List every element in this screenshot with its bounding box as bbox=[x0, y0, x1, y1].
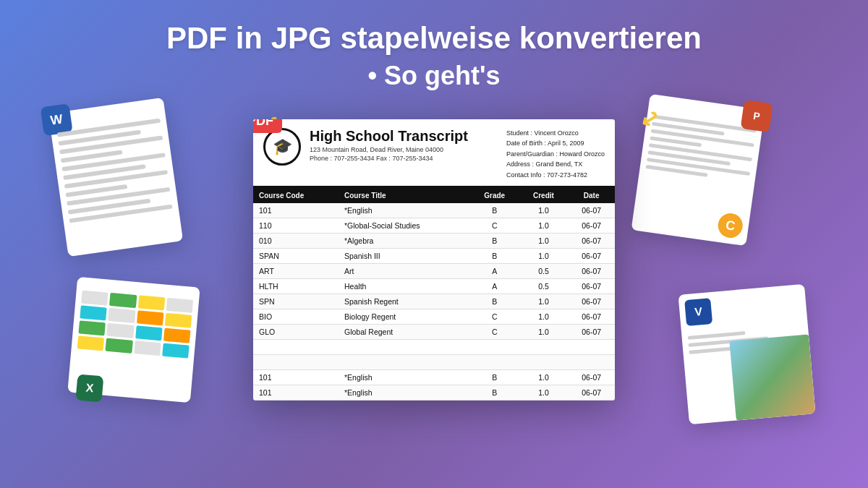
cell-date: 06-07 bbox=[568, 248, 615, 263]
cell-date: 06-07 bbox=[568, 324, 615, 339]
cell-grade: A bbox=[470, 263, 519, 278]
hero-subtitle: • So geht's bbox=[0, 56, 868, 91]
doc-lines bbox=[57, 119, 173, 223]
table-row bbox=[253, 339, 615, 354]
table-row: BIO Biology Regent C 1.0 06-07 bbox=[253, 309, 615, 324]
table-row: SPN Spanish Regent B 1.0 06-07 bbox=[253, 294, 615, 309]
excel-cell bbox=[162, 343, 190, 359]
cell-code bbox=[253, 354, 339, 369]
excel-cell bbox=[109, 293, 137, 308]
excel-cell bbox=[80, 305, 107, 320]
cell-grade: B bbox=[470, 248, 519, 263]
student-contact: Contact Info : 707-273-4782 bbox=[506, 170, 605, 180]
cell-title: Spanish Regent bbox=[339, 294, 470, 309]
ppt-icon: P bbox=[741, 100, 773, 132]
excel-cell bbox=[77, 335, 105, 351]
student-dob: Date of Birth : April 5, 2009 bbox=[506, 138, 605, 148]
table-row: 110 *Global-Social Studies C 1.0 06-07 bbox=[253, 218, 615, 233]
excel-cell bbox=[136, 310, 163, 325]
pdf-badge: PDF bbox=[253, 119, 282, 133]
cell-code: 010 bbox=[253, 233, 339, 248]
excel-cell bbox=[134, 341, 161, 356]
cell-credit: 1.0 bbox=[519, 385, 569, 400]
excel-document: X bbox=[67, 277, 200, 403]
cell-title: Biology Regent bbox=[339, 309, 470, 324]
visio-document: V bbox=[678, 284, 815, 425]
visio-line bbox=[689, 346, 735, 354]
cell-date bbox=[568, 354, 615, 369]
excel-grid bbox=[71, 284, 200, 364]
excel-icon: X bbox=[75, 374, 103, 402]
table-row: GLO Global Regent C 1.0 06-07 bbox=[253, 324, 615, 339]
cell-code: 101 bbox=[253, 369, 339, 385]
cell-date: 06-07 bbox=[568, 218, 615, 233]
excel-cell bbox=[81, 291, 109, 306]
cell-credit: 1.0 bbox=[519, 369, 569, 385]
cell-code bbox=[253, 339, 339, 354]
school-name: High School Transcript bbox=[310, 128, 468, 145]
cell-title bbox=[339, 354, 470, 369]
word-document: W bbox=[48, 98, 183, 257]
table-row: SPAN Spanish III B 1.0 06-07 bbox=[253, 248, 615, 263]
col-title: Course Title bbox=[339, 188, 470, 203]
cell-credit: 1.0 bbox=[519, 309, 569, 324]
cell-grade: A bbox=[470, 278, 519, 294]
table-row: 101 *English B 1.0 06-07 bbox=[253, 369, 615, 385]
cell-grade: B bbox=[470, 294, 519, 309]
school-logo: 🎓 bbox=[263, 128, 301, 166]
excel-cell bbox=[108, 308, 135, 323]
cell-title: Health bbox=[339, 278, 470, 294]
cell-code: 101 bbox=[253, 385, 339, 400]
cell-grade bbox=[470, 339, 519, 354]
cell-code: GLO bbox=[253, 324, 339, 339]
excel-cell bbox=[137, 295, 165, 310]
school-address: 123 Mountain Road, Dead River, Maine 040… bbox=[310, 146, 468, 153]
cell-date: 06-07 bbox=[568, 263, 615, 278]
hero-title: PDF in JPG stapelweise konvertieren bbox=[0, 0, 868, 56]
student-guardian: Parent/Guardian : Howard Orozco bbox=[506, 149, 605, 159]
cell-grade: B bbox=[470, 203, 519, 218]
student-info: Student : Vincent Orozco Date of Birth :… bbox=[506, 128, 605, 180]
cell-date bbox=[568, 339, 615, 354]
transcript-document: PDF 🎓 High School Transcript 123 Mountai… bbox=[253, 119, 615, 401]
cell-credit: 1.0 bbox=[519, 233, 569, 248]
excel-cell bbox=[165, 313, 192, 328]
transcript-table: Course Code Course Title Grade Credit Da… bbox=[253, 188, 615, 401]
cell-grade: C bbox=[470, 324, 519, 339]
excel-cell bbox=[163, 328, 191, 343]
cell-grade: C bbox=[470, 309, 519, 324]
table-row: HLTH Health A 0.5 06-07 bbox=[253, 278, 615, 294]
cell-credit: 1.0 bbox=[519, 324, 569, 339]
col-date: Date bbox=[568, 188, 615, 203]
cell-credit bbox=[519, 339, 569, 354]
col-code: Course Code bbox=[253, 188, 339, 203]
header-row: Course Code Course Title Grade Credit Da… bbox=[253, 188, 615, 203]
cell-credit: 0.5 bbox=[519, 263, 569, 278]
school-phone: Phone : 707-255-3434 Fax : 707-255-3434 bbox=[310, 155, 468, 162]
excel-cell bbox=[106, 338, 133, 354]
cell-title: Global Regent bbox=[339, 324, 470, 339]
cell-grade: B bbox=[470, 233, 519, 248]
visio-image bbox=[729, 334, 815, 420]
table-header: Course Code Course Title Grade Credit Da… bbox=[253, 188, 615, 203]
student-address: Address : Grand Bend, TX bbox=[506, 159, 605, 169]
cell-grade bbox=[470, 354, 519, 369]
cell-date: 06-07 bbox=[568, 309, 615, 324]
cell-credit: 1.0 bbox=[519, 218, 569, 233]
cell-title: *English bbox=[339, 203, 470, 218]
cell-title bbox=[339, 339, 470, 354]
cell-date: 06-07 bbox=[568, 369, 615, 385]
cell-title: *English bbox=[339, 369, 470, 385]
cell-credit: 1.0 bbox=[519, 203, 569, 218]
table-row: 010 *Algebra B 1.0 06-07 bbox=[253, 233, 615, 248]
cell-code: ART bbox=[253, 263, 339, 278]
excel-cell bbox=[135, 325, 163, 341]
table-row: ART Art A 0.5 06-07 bbox=[253, 263, 615, 278]
cell-grade: B bbox=[470, 385, 519, 400]
table-row bbox=[253, 354, 615, 369]
table-row: 101 *English B 1.0 06-07 bbox=[253, 203, 615, 218]
cell-code: SPAN bbox=[253, 248, 339, 263]
cell-title: *Algebra bbox=[339, 233, 470, 248]
cell-credit bbox=[519, 354, 569, 369]
cell-code: 101 bbox=[253, 203, 339, 218]
